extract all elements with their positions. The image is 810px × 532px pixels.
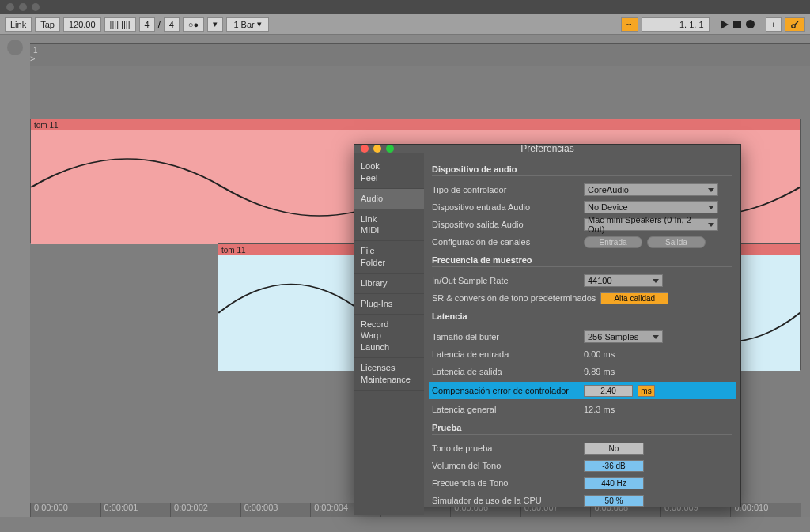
overall-latency-value: 12.3 ms <box>584 405 615 414</box>
driver-type-dropdown[interactable]: CoreAudio <box>584 183 718 196</box>
top-toolbar: Link Tap 120.00 |||| |||| 4 / 4 ○● ▾ 1 B… <box>0 14 810 35</box>
tab-link-midi[interactable]: Link MIDI <box>354 209 424 242</box>
output-latency-value: 9.89 ms <box>584 367 615 376</box>
tone-freq-slider[interactable]: 440 Hz <box>584 477 644 489</box>
overdub-plus-button[interactable]: + <box>766 17 782 32</box>
left-side-strip <box>0 35 30 517</box>
time-tick: 0:00:003 <box>240 503 311 517</box>
time-tick: 0:00:001 <box>100 503 171 517</box>
buffer-size-dropdown[interactable]: 256 Samples <box>584 330 663 343</box>
prefs-tabs: Look Feel Audio Link MIDI File Folder Li… <box>354 153 424 515</box>
tab-plug-ins[interactable]: Plug-Ins <box>354 294 424 315</box>
tab-library[interactable]: Library <box>354 274 424 294</box>
traffic-light-close[interactable] <box>6 3 14 11</box>
stop-button[interactable] <box>733 21 741 28</box>
chevron-down-icon <box>708 206 714 209</box>
driver-error-comp-label: Compensación error de controlador <box>432 386 579 395</box>
cpu-sim-label: Simulador de uso de la CPU <box>432 496 579 505</box>
link-button[interactable]: Link <box>5 17 32 32</box>
prefs-titlebar[interactable]: Preferencias <box>354 145 740 153</box>
song-position[interactable]: 1. 1. 1 <box>642 17 710 32</box>
sr-conversion-toggle[interactable]: Alta calidad <box>600 292 668 304</box>
channel-config-label: Configuración de canales <box>432 237 579 247</box>
tempo-field[interactable]: 120.00 <box>63 17 101 32</box>
output-channels-button[interactable]: Salida <box>647 236 706 248</box>
midi-arrangement-toggle[interactable] <box>621 17 638 32</box>
tab-audio[interactable]: Audio <box>354 189 424 209</box>
chevron-down-icon <box>708 223 714 227</box>
sample-rate-label: In/Out Sample Rate <box>432 276 579 285</box>
input-latency-value: 0.00 ms <box>584 349 615 359</box>
timesig-numerator[interactable]: 4 <box>139 17 155 32</box>
record-button[interactable] <box>746 20 755 28</box>
cpu-sim-slider[interactable]: 50 % <box>584 495 644 507</box>
driver-error-comp-field[interactable]: 2.40 <box>584 385 633 397</box>
timesig-denominator[interactable]: 4 <box>164 17 180 32</box>
tone-freq-label: Frecuencia de Tono <box>432 478 579 488</box>
section-latency: Latencia <box>432 311 732 323</box>
tone-volume-label: Volumen del Tono <box>432 461 579 470</box>
section-sample-rate: Frecuencia de muestreo <box>432 255 732 267</box>
traffic-light-min[interactable] <box>19 3 27 11</box>
play-button[interactable] <box>721 20 729 29</box>
key-mapping-button[interactable] <box>785 17 805 32</box>
prefs-content: Dispositivo de audio Tipo de controlador… <box>424 153 740 515</box>
tone-volume-slider[interactable]: -36 dB <box>584 460 644 472</box>
metronome-toggle[interactable]: ○● <box>183 17 204 32</box>
tab-file-folder[interactable]: File Folder <box>354 241 424 274</box>
input-channels-button[interactable]: Entrada <box>584 236 642 248</box>
input-device-dropdown[interactable]: No Device <box>584 201 718 213</box>
metronome-dots-button[interactable]: |||| |||| <box>104 17 136 32</box>
ruler-marker: > <box>30 54 35 63</box>
chevron-down-icon <box>708 188 714 192</box>
driver-error-comp-unit[interactable]: ms <box>638 385 655 397</box>
prefs-title: Preferencias <box>354 143 740 154</box>
input-device-label: Dispositivo entrada Audio <box>432 202 579 212</box>
traffic-light-max[interactable] <box>32 3 40 11</box>
preferences-dialog: Preferencias Look Feel Audio Link MIDI F… <box>354 144 741 507</box>
buffer-size-label: Tamaño del búfer <box>432 332 579 341</box>
sr-conversion-label: SR & conversión de tono predeterminados <box>432 293 596 303</box>
driver-type-label: Tipo de controlador <box>432 185 579 194</box>
output-device-dropdown[interactable]: Mac mini Speakers (0 In, 2 Out) <box>584 218 718 231</box>
timesig-slash: / <box>158 20 161 29</box>
overall-latency-label: Latencia general <box>432 405 579 414</box>
sample-rate-dropdown[interactable]: 44100 <box>584 274 663 287</box>
section-test: Prueba <box>432 423 732 435</box>
test-tone-toggle[interactable]: No <box>584 443 644 455</box>
svg-point-0 <box>626 24 628 25</box>
metronome-dropdown[interactable]: ▾ <box>207 17 223 32</box>
chevron-down-icon <box>653 335 659 339</box>
time-tick: 0:00:000 <box>30 503 100 517</box>
overview-icon[interactable] <box>7 40 23 55</box>
output-device-label: Dispositivo salida Audio <box>432 220 579 229</box>
quantize-field[interactable]: 1 Bar ▾ <box>226 17 269 32</box>
tab-look-feel[interactable]: Look Feel <box>354 157 424 189</box>
test-tone-label: Tono de prueba <box>432 443 579 453</box>
tap-button[interactable]: Tap <box>35 17 60 32</box>
clip-1-header[interactable]: tom 11 <box>31 119 800 130</box>
tab-licenses-maintenance[interactable]: Licenses Maintenance <box>354 358 424 391</box>
time-tick: 0:00:002 <box>170 503 240 517</box>
section-audio-device: Dispositivo de audio <box>432 164 732 176</box>
driver-error-comp-row: Compensación error de controlador 2.40 m… <box>429 382 736 399</box>
overview-bar[interactable] <box>30 35 810 44</box>
chevron-down-icon <box>653 279 659 283</box>
beat-ruler[interactable]: 1 > <box>30 44 810 66</box>
tab-record-warp-launch[interactable]: Record Warp Launch <box>354 315 424 359</box>
input-latency-label: Latencia de entrada <box>432 349 579 359</box>
window-titlebar <box>0 0 810 14</box>
output-latency-label: Latencia de salida <box>432 367 579 376</box>
